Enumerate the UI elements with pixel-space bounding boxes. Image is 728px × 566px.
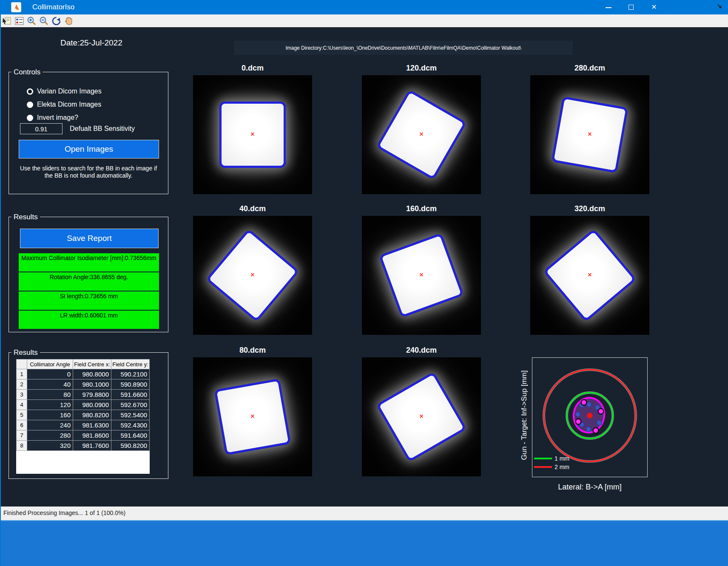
save-report-button[interactable]: Save Report — [20, 229, 159, 248]
table-cell[interactable]: 160 — [27, 410, 73, 420]
bb-sensitivity-input[interactable] — [20, 123, 63, 134]
table-row[interactable]: 5160980.8200592.5400 — [17, 410, 150, 420]
table-cell[interactable]: 980.0900 — [73, 400, 111, 410]
zoom-out-icon[interactable] — [39, 16, 49, 26]
minimize-button[interactable] — [599, 0, 618, 14]
zoom-in-icon[interactable] — [27, 16, 37, 26]
table-cell[interactable]: 120 — [27, 400, 73, 410]
field-centre-marker: × — [250, 272, 254, 278]
walkout-point — [586, 402, 592, 407]
table-cell[interactable]: 591.6600 — [111, 390, 150, 400]
radio-circle[interactable] — [27, 115, 33, 121]
table-cell[interactable]: 6 — [17, 420, 27, 430]
field-centre-marker: × — [588, 131, 592, 138]
radio-elekta-dicom-images[interactable]: Elekta Dicom Images — [27, 101, 101, 108]
table-cell[interactable]: 40 — [27, 379, 73, 390]
table-cell[interactable]: 981.6300 — [73, 420, 111, 430]
table-cell[interactable]: 590.8900 — [111, 379, 150, 390]
walkout-point — [575, 412, 580, 417]
table-cell[interactable]: 5 — [17, 410, 27, 420]
image-title: 160.dcm — [362, 204, 481, 213]
image-title: 40.dcm — [193, 204, 312, 213]
image-title: 120.dcm — [362, 64, 481, 73]
pan-icon[interactable] — [64, 16, 74, 26]
legend-label: 2 mm — [555, 464, 569, 470]
radio-label: Elekta Dicom Images — [37, 101, 101, 108]
window-bottom-border — [0, 520, 728, 566]
close-button[interactable]: ✕ — [645, 0, 663, 14]
table-row[interactable]: 4120980.0900592.6700 — [17, 400, 150, 410]
radio-invert-image-[interactable]: Invert image? — [27, 114, 78, 122]
image-directory-text: Image Directory:C:\Users\leon_\OneDrive\… — [285, 45, 521, 51]
table-cell[interactable]: 590.8200 — [111, 441, 150, 451]
table-cell[interactable]: 240 — [27, 420, 73, 430]
table-header: Collimator Angle — [27, 359, 73, 369]
table-row[interactable]: 10980.8000590.2100 — [17, 369, 150, 379]
table-cell[interactable]: 280 — [27, 430, 73, 441]
radio-circle[interactable] — [27, 102, 33, 108]
date-label: Date:25-Jul-2022 — [60, 38, 122, 48]
results-table-container: Collimator AngleField Centre x:Field Cen… — [16, 359, 150, 474]
metric-box-1: Rotation Angle:336.8655 deg. — [19, 272, 159, 291]
dicom-image-320-dcm: × — [530, 216, 649, 335]
table-cell[interactable]: 8 — [17, 441, 27, 451]
controls-panel: Controls Varian Dicom ImagesElekta Dicom… — [9, 72, 168, 194]
image-title: 0.dcm — [193, 64, 312, 73]
plot-xlabel: Lateral: B->A [mm] — [558, 483, 622, 492]
fit-point — [598, 409, 604, 414]
table-cell[interactable]: 592.4300 — [111, 420, 150, 430]
table-cell[interactable]: 4 — [17, 400, 27, 410]
legend-label: 1 mm — [555, 455, 569, 462]
table-cell[interactable]: 980.8200 — [73, 410, 111, 420]
image-title: 240.dcm — [362, 346, 481, 355]
table-cell[interactable]: 80 — [27, 390, 73, 400]
metric-box-2: SI length:0.73656 mm — [19, 291, 159, 310]
table-cell[interactable]: 592.6700 — [111, 400, 150, 410]
table-cell[interactable]: 590.2100 — [111, 369, 150, 379]
fit-point — [576, 419, 581, 424]
radio-label: Invert image? — [37, 114, 78, 122]
table-cell[interactable]: 2 — [17, 379, 27, 390]
table-row[interactable]: 7280981.8600591.6400 — [17, 430, 150, 441]
table-cell[interactable]: 981.7600 — [73, 441, 111, 451]
walkout-point — [597, 420, 602, 425]
walkout-point — [586, 427, 591, 432]
results-table-panel: Results Collimator AngleField Centre x:F… — [9, 352, 168, 479]
table-cell[interactable]: 0 — [27, 369, 73, 379]
table-cell[interactable]: 320 — [27, 441, 73, 451]
dicom-image-0-dcm: × — [193, 75, 312, 194]
table-header — [17, 359, 27, 369]
table-cell[interactable]: 980.8000 — [73, 369, 111, 379]
results-metrics-panel: Results Save Report Maximum Collimator I… — [9, 217, 168, 332]
open-images-button[interactable]: Open Images — [19, 140, 159, 158]
collimatoriso-window: CollimatorIso ✕ — [0, 0, 728, 566]
table-row[interactable]: 240980.1000590.8900 — [17, 379, 150, 390]
property-inspector-icon[interactable] — [14, 16, 24, 26]
table-cell[interactable]: 3 — [17, 390, 27, 400]
figure-canvas: Date:25-Jul-2022 Image Directory:C:\User… — [0, 28, 728, 507]
table-row[interactable]: 6240981.6300592.4300 — [17, 420, 150, 430]
radio-varian-dicom-images[interactable]: Varian Dicom Images — [27, 88, 102, 95]
table-cell[interactable]: 981.8600 — [73, 430, 111, 441]
table-cell[interactable]: 1 — [17, 369, 27, 379]
rotate-3d-icon[interactable] — [51, 16, 61, 26]
dock-figure-icon[interactable]: ↘ — [717, 2, 725, 11]
table-cell[interactable]: 591.6400 — [111, 430, 150, 441]
maximize-button[interactable] — [622, 0, 640, 14]
window-left-border — [0, 0, 1, 566]
bb-sensitivity-label: Defualt BB Sensitivity — [70, 125, 135, 133]
results-table-panel-label: Results — [11, 348, 40, 357]
table-cell[interactable]: 980.1000 — [73, 379, 111, 390]
radio-circle[interactable] — [27, 88, 33, 95]
status-text: Finished Processing Images... 1 of 1 (10… — [3, 509, 125, 516]
table-header: Field Centre x: — [73, 359, 111, 369]
table-cell[interactable]: 592.5400 — [111, 410, 150, 420]
table-row[interactable]: 380979.8800591.6600 — [17, 390, 150, 400]
dicom-image-80-dcm: × — [193, 357, 312, 476]
window-title: CollimatorIso — [32, 3, 74, 11]
table-row[interactable]: 8320981.7600590.8200 — [17, 441, 150, 451]
table-cell[interactable]: 979.8800 — [73, 390, 111, 400]
edit-plot-icon[interactable] — [2, 16, 12, 26]
table-cell[interactable]: 7 — [17, 430, 27, 441]
fit-point — [593, 428, 599, 433]
